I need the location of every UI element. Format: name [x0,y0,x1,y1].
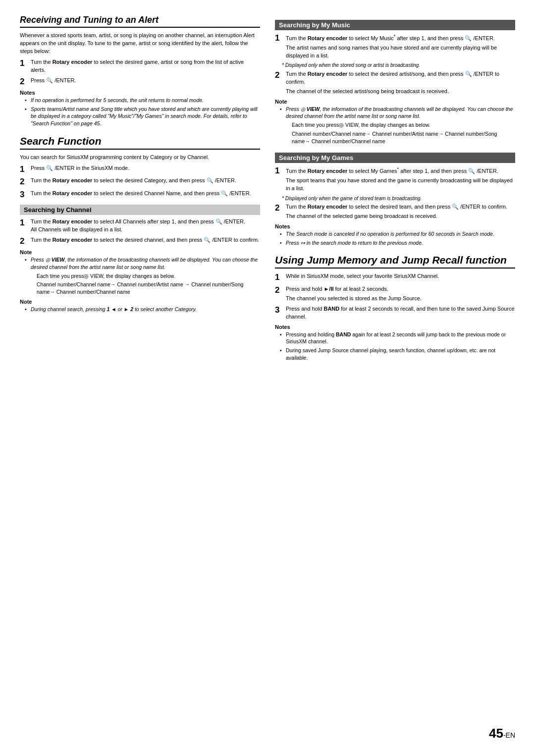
jump-step-1: 1 While in SiriusXM mode, select your fa… [275,272,515,282]
my-games-footnote-1: * Displayed only when the game of stored… [275,195,515,202]
note-item-1: If no operation is performed for 5 secon… [25,97,260,104]
notes-list-receiving: If no operation is performed for 5 secon… [20,97,260,127]
my-games-step-text-1: Turn the Rotary encoder to select My Gam… [286,166,515,192]
my-music-step-text-1: Turn the Rotary encoder to select My Mus… [286,33,515,59]
channel-note-item: Press ◎ VIEW, the information of the bro… [25,256,260,295]
channel-step-1: 1 Turn the Rotary encoder to select All … [20,218,260,234]
my-games-step-2: 2 Turn the Rotary encoder to select the … [275,203,515,220]
my-games-notes-list: The Search mode is canceled if no operat… [275,230,515,246]
section-jump: Using Jump Memory and Jump Recall functi… [275,254,515,361]
notes-label-receiving: Notes [20,90,260,96]
left-column: Receiving and Tuning to an Alert Wheneve… [20,15,260,369]
my-music-note-indent1: Each time you press◎ VIEW, the display c… [286,121,515,129]
my-games-note-2: Press ↦ in the search mode to return to … [280,239,515,247]
channel-step-text-2: Turn the Rotary encoder to select the de… [31,236,260,244]
section-search-intro: You can search for SiriusXM programming … [20,154,260,162]
jump-note-2: During saved Jump Source channel playing… [280,347,515,361]
my-music-step-1: 1 Turn the Rotary encoder to select My M… [275,33,515,59]
receiving-step-1: 1 Turn the Rotary encoder to select the … [20,58,260,74]
jump-step-num-2: 2 [275,285,286,295]
section-receiving-title: Receiving and Tuning to an Alert [20,15,260,28]
search-step-text-3: Turn the Rotary encoder to select the de… [31,190,260,198]
jump-step-text-3: Press and hold BAND for at least 2 secon… [286,305,515,321]
my-music-footnote-1: * Displayed only when the stored song or… [275,62,515,69]
search-step-1: 1 Press 🔍 /ENTER in the SiriusXM mode. [20,164,260,174]
channel-note-label: Note [20,249,260,255]
step-num-1: 1 [20,58,31,68]
step-num-2: 2 [20,77,31,87]
section-search: Search Function You can search for Siriu… [20,135,260,313]
right-column: Searching by My Music 1 Turn the Rotary … [275,15,515,369]
jump-step-2: 2 Press and hold ►/II for at least 2 sec… [275,285,515,303]
section-receiving: Receiving and Tuning to an Alert Wheneve… [20,15,260,127]
jump-note-1: Pressing and holding BAND again for at l… [280,331,515,345]
my-music-step-text-2: Turn the Rotary encoder to select the de… [286,70,515,96]
search-step-text-1: Press 🔍 /ENTER in the SiriusXM mode. [31,164,260,172]
my-music-note-item: Press ◎ VIEW, the information of the bro… [280,106,515,145]
channel-step-num-1: 1 [20,218,31,228]
jump-step-num-3: 3 [275,305,286,315]
jump-step-3: 3 Press and hold BAND for at least 2 sec… [275,305,515,321]
my-music-note-indent2: Channel number/Channel name→ Channel num… [286,130,515,145]
section-search-title: Search Function [20,135,260,150]
channel-note2-item: During channel search, pressing 1 ◄ or ►… [25,306,260,313]
my-games-step-1: 1 Turn the Rotary encoder to select My G… [275,166,515,192]
channel-note2-list: During channel search, pressing 1 ◄ or ►… [20,306,260,313]
channel-step-text-1: Turn the Rotary encoder to select All Ch… [31,218,260,234]
my-games-header: Searching by My Games [275,153,515,163]
search-step-num-3: 3 [20,190,31,200]
my-games-step-num-1: 1 [275,166,286,176]
section-my-music: Searching by My Music 1 Turn the Rotary … [275,20,515,145]
my-music-step-num-2: 2 [275,70,286,80]
search-step-3: 3 Turn the Rotary encoder to select the … [20,190,260,200]
my-music-header: Searching by My Music [275,20,515,30]
jump-step-text-1: While in SiriusXM mode, select your favo… [286,272,515,280]
search-step-text-2: Turn the Rotary encoder to select the de… [31,177,260,185]
jump-step-text-2: Press and hold ►/II for at least 2 secon… [286,285,515,303]
my-music-note-list: Press ◎ VIEW, the information of the bro… [275,106,515,145]
section-jump-title: Using Jump Memory and Jump Recall functi… [275,254,515,269]
jump-step-num-1: 1 [275,272,286,282]
my-music-step-num-1: 1 [275,33,286,43]
my-games-step-num-2: 2 [275,203,286,213]
my-music-note-label: Note [275,99,515,105]
my-games-note-1: The Search mode is canceled if no operat… [280,230,515,238]
channel-step-2: 2 Turn the Rotary encoder to select the … [20,236,260,246]
step-text-2: Press 🔍 /ENTER. [31,77,260,85]
search-step-num-1: 1 [20,164,31,174]
jump-notes-label: Notes [275,324,515,330]
channel-note-indent2: Channel number/Channel name→ Channel num… [31,281,260,295]
search-step-num-2: 2 [20,177,31,187]
jump-notes-list: Pressing and holding BAND again for at l… [275,331,515,362]
channel-note2-label: Note [20,299,260,305]
subsection-channel-header: Searching by Channel [20,205,260,215]
search-step-2: 2 Turn the Rotary encoder to select the … [20,177,260,187]
section-receiving-intro: Whenever a stored sports team, artist, o… [20,32,260,55]
note-item-2: Sports teams/Artist name and Song title … [25,106,260,127]
section-my-games: Searching by My Games 1 Turn the Rotary … [275,153,515,246]
my-games-notes-label: Notes [275,223,515,229]
channel-step-num-2: 2 [20,236,31,246]
my-games-step-text-2: Turn the Rotary encoder to select the de… [286,203,515,220]
page-number: 45-EN [489,726,515,741]
my-music-step-2: 2 Turn the Rotary encoder to select the … [275,70,515,96]
receiving-step-2: 2 Press 🔍 /ENTER. [20,77,260,87]
step-text-1: Turn the Rotary encoder to select the de… [31,58,260,74]
channel-note-indent1: Each time you press◎ VIEW, the display c… [31,272,260,280]
channel-note-list: Press ◎ VIEW, the information of the bro… [20,256,260,295]
